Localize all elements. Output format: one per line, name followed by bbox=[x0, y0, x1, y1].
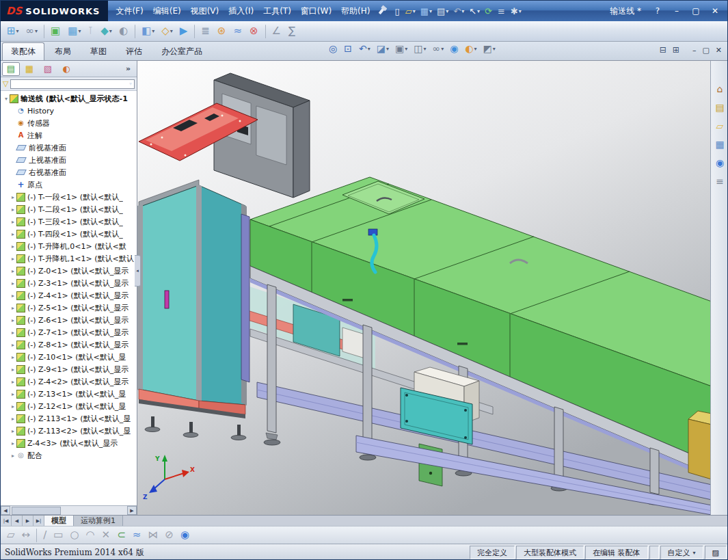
expander-icon[interactable]: ▸ bbox=[10, 231, 16, 237]
display-style-icon[interactable]: ◫ ▾ bbox=[412, 44, 427, 53]
command-tab[interactable]: 布局 bbox=[46, 42, 80, 60]
view-settings-icon[interactable]: ◩ ▾ bbox=[482, 44, 497, 53]
rebuild-icon[interactable]: ⟳ bbox=[483, 3, 495, 19]
tree-item[interactable]: ▸ (-) Z-0<1> (默认<默认_显示 bbox=[1, 265, 137, 277]
exploded-view-icon[interactable]: ⊛ bbox=[215, 23, 230, 40]
section-view-icon[interactable]: ◪ ▾ bbox=[375, 44, 390, 53]
tree-item[interactable]: ▸ (-) T-四段<1> (默认<默认_ bbox=[1, 228, 137, 240]
mirror-entities-icon[interactable]: ⋈ bbox=[145, 527, 161, 544]
rectangle-icon[interactable]: ▭ bbox=[51, 527, 66, 544]
tree-horizontal-scrollbar[interactable]: ◀ ▶ bbox=[1, 505, 137, 515]
show-hidden-components-icon[interactable]: ◐ bbox=[116, 23, 131, 40]
tree-item[interactable]: ▸ (-) Z-4<1> (默认<默认_显示 bbox=[1, 289, 137, 302]
edit-component-icon[interactable]: ▣ bbox=[48, 23, 64, 40]
tree-item[interactable]: ▸ (-) Z-7<1> (默认<默认_显示 bbox=[1, 326, 137, 338]
assembly-features-icon[interactable]: ◧ ▾ bbox=[139, 23, 157, 40]
tree-item[interactable]: ▸ (-) Z-4<2> (默认<默认_显示 bbox=[1, 375, 137, 388]
tree-item[interactable]: ▸ 配合 bbox=[1, 449, 137, 462]
file-explorer-icon[interactable]: ▱ bbox=[716, 121, 724, 131]
circle-icon[interactable]: ○ bbox=[67, 527, 81, 544]
expander-icon[interactable]: ▸ bbox=[10, 416, 16, 422]
menu-item[interactable]: 文件(F) bbox=[111, 1, 148, 21]
help-button[interactable]: ? bbox=[652, 6, 663, 16]
line-icon[interactable]: ∕ bbox=[40, 527, 49, 544]
tree-item[interactable]: ▸ (-) T-二段<1> (默认<默认_ bbox=[1, 203, 137, 215]
trim-entities-icon[interactable]: ✕ bbox=[99, 527, 113, 544]
scrollbar-thumb[interactable] bbox=[12, 507, 61, 515]
move-component-icon[interactable]: ◆ ▾ bbox=[98, 23, 115, 40]
expander-icon[interactable]: ▸ bbox=[10, 317, 16, 323]
maximize-button[interactable]: ▢ bbox=[690, 6, 701, 16]
expander-icon[interactable]: ▸ bbox=[10, 256, 16, 262]
zoom-area-icon[interactable]: ⊡ bbox=[342, 44, 354, 53]
previous-view-icon[interactable]: ↶ ▾ bbox=[358, 44, 372, 53]
minimize-button[interactable]: – bbox=[671, 6, 682, 16]
hide-show-items-icon[interactable]: ∞ ▾ bbox=[431, 44, 445, 53]
expander-icon[interactable]: ▾ bbox=[3, 96, 10, 102]
panel-overflow-chevron[interactable]: » bbox=[121, 64, 135, 73]
tree-item[interactable]: 原点 bbox=[1, 178, 137, 191]
new-document-icon[interactable]: ▯ bbox=[392, 3, 402, 19]
bill-of-materials-icon[interactable]: ≣ bbox=[198, 23, 213, 40]
file-properties-icon[interactable]: ≡ bbox=[496, 3, 508, 19]
apply-scene-icon[interactable]: ◐ ▾ bbox=[463, 44, 478, 53]
graphics-area[interactable]: Y X Z bbox=[137, 61, 710, 515]
tab-nav-button[interactable]: ◀ bbox=[12, 516, 23, 526]
tab-nav-button[interactable]: |◀ bbox=[1, 516, 12, 526]
window-cascade-icon[interactable]: ⊞ bbox=[673, 45, 679, 55]
open-icon[interactable]: ▱ ▾ bbox=[403, 3, 418, 19]
doc-restore-button[interactable]: ▢ bbox=[702, 46, 709, 55]
expander-icon[interactable]: ▸ bbox=[10, 428, 16, 434]
tree-item[interactable]: History bbox=[1, 105, 137, 117]
tree-item[interactable]: 注解 bbox=[1, 129, 137, 142]
menu-item[interactable]: 窗口(W) bbox=[296, 1, 336, 21]
mate-icon[interactable]: ∞ ▾ bbox=[23, 23, 41, 40]
smart-fasteners-icon[interactable]: ⊺ bbox=[85, 23, 97, 40]
tree-item[interactable]: ▸ (-) Z-13<1> (默认<默认_显 bbox=[1, 388, 137, 400]
reference-geometry-icon[interactable]: ◇ ▾ bbox=[159, 23, 176, 40]
tree-item[interactable]: ▸ (-) Z-6<1> (默认<默认_显示 bbox=[1, 314, 137, 326]
tree-item[interactable]: 前视基准面 bbox=[1, 142, 137, 154]
pin-menu-icon[interactable] bbox=[379, 8, 385, 14]
menu-item[interactable]: 工具(T) bbox=[258, 1, 296, 21]
command-tab[interactable]: 评估 bbox=[117, 42, 151, 60]
tree-item[interactable]: ▸ (-) T-一段<1> (默认<默认_ bbox=[1, 191, 137, 203]
zoom-fit-icon[interactable]: ◎ bbox=[327, 44, 339, 53]
tree-item[interactable]: ▸ (-) Z-8<1> (默认<默认_显示 bbox=[1, 338, 137, 351]
tree-item[interactable]: ▸ (-) Z-9<1> (默认<默认_显示 bbox=[1, 363, 137, 375]
configurationmanager-tab[interactable]: ▧ bbox=[39, 62, 57, 76]
linear-component-pattern-icon[interactable]: ▦ ▾ bbox=[65, 23, 83, 40]
featuremanager-tab[interactable]: ▤ bbox=[2, 62, 20, 76]
view-palette-icon[interactable]: ▦ bbox=[715, 139, 724, 149]
filter-input[interactable]: ▾ bbox=[10, 79, 135, 89]
tree-item[interactable]: ▸ (-) Z-3<1> (默认<默认_显示 bbox=[1, 277, 137, 289]
tree-item[interactable]: ▸ (-) T-三段<1> (默认<默认_ bbox=[1, 215, 137, 228]
appearances-icon[interactable]: ◉ bbox=[716, 158, 724, 168]
convert-entities-icon[interactable]: ⊂ bbox=[114, 527, 129, 544]
display-relations-icon[interactable]: ⊘ bbox=[162, 527, 176, 544]
custom-properties-icon[interactable]: ≡ bbox=[716, 176, 724, 186]
separator[interactable] bbox=[194, 25, 195, 38]
separator[interactable] bbox=[44, 25, 44, 38]
offset-entities-icon[interactable]: ≈ bbox=[130, 527, 144, 544]
undo-icon[interactable]: ↶ ▾ bbox=[451, 3, 466, 19]
expander-icon[interactable]: ▸ bbox=[10, 293, 16, 299]
menu-item[interactable]: 插入(I) bbox=[224, 1, 258, 21]
doc-close-button[interactable]: ✕ bbox=[716, 46, 722, 55]
status-options-icon[interactable]: ▨ bbox=[705, 546, 727, 559]
design-library-icon[interactable]: ▤ bbox=[715, 103, 724, 112]
tree-item[interactable]: 传感器 bbox=[1, 117, 137, 129]
arc-icon[interactable]: ◠ bbox=[83, 527, 97, 544]
expander-icon[interactable]: ▸ bbox=[10, 403, 16, 410]
model-tab[interactable]: 模型 bbox=[44, 516, 74, 526]
expander-icon[interactable]: ▸ bbox=[10, 330, 16, 336]
tree-item[interactable]: ▸ Z-4<3> (默认<默认_显示 bbox=[1, 437, 137, 449]
mass-properties-icon[interactable]: ∑ bbox=[286, 23, 299, 40]
apply-scene-icon[interactable]: ◉ bbox=[178, 527, 192, 544]
sketch-icon[interactable]: ▱ bbox=[4, 527, 18, 544]
tree-item[interactable]: ▸ (-) Z-5<1> (默认<默认_显示 bbox=[1, 302, 137, 314]
command-tab[interactable]: 办公室产品 bbox=[152, 42, 211, 60]
expander-icon[interactable]: ▸ bbox=[10, 219, 16, 225]
chevron-down-icon[interactable]: ▾ bbox=[693, 550, 696, 556]
window-tile-icon[interactable]: ⊟ bbox=[660, 45, 666, 55]
